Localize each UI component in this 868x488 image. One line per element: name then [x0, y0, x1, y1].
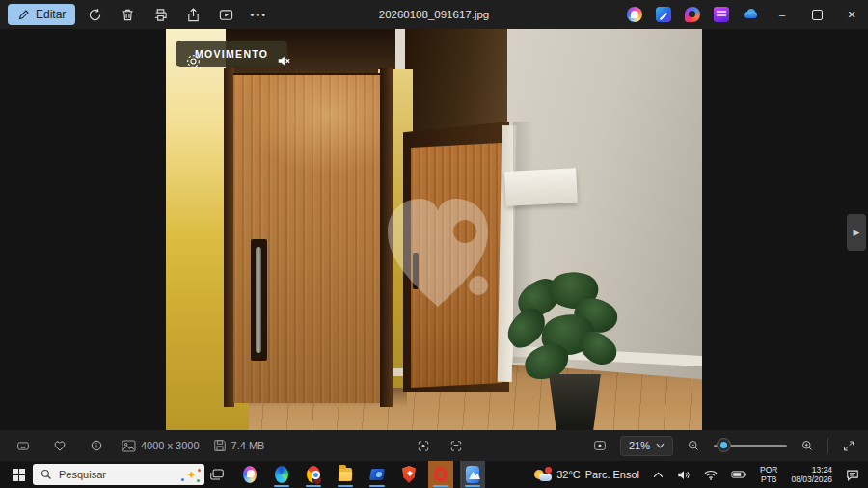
opera-icon [434, 467, 448, 482]
taskbar: Pesquisar ✦ 32°C Parc. Ensol [0, 461, 868, 488]
titlebar: 20260108_091617.jpg Editar [0, 0, 868, 29]
onedrive-button[interactable] [737, 3, 764, 26]
task-view-button[interactable] [204, 463, 230, 486]
zoom-level-dropdown[interactable]: 21% [620, 436, 673, 456]
taskbar-opera-button[interactable] [428, 461, 453, 488]
blue-app-icon [369, 469, 385, 480]
zoom-slider[interactable] [714, 436, 787, 455]
taskbar-brave-button[interactable] [396, 461, 421, 488]
image-dimensions: 4000 x 3000 [122, 440, 200, 452]
keyboard-layout-code: PTB [761, 474, 777, 484]
statusbar-center [412, 434, 468, 457]
next-image-button[interactable]: ▶ [847, 214, 866, 251]
visual-search-button[interactable] [412, 434, 435, 457]
zoom-level-value: 21% [629, 440, 650, 451]
image-dimensions-value: 4000 x 3000 [141, 440, 200, 451]
zoom-out-button[interactable] [682, 434, 705, 457]
language-code: POR [760, 465, 777, 474]
slideshow-icon [219, 8, 233, 22]
divider [827, 438, 828, 453]
taskbar-apps [237, 461, 485, 488]
battery-icon [731, 470, 746, 479]
info-button[interactable] [85, 434, 108, 457]
viewer-canvas: MOVIMENTO ▶ [0, 29, 868, 430]
ellipsis-icon: ••• [251, 9, 268, 20]
minimize-button[interactable]: – [766, 0, 799, 29]
fit-to-window-button[interactable] [588, 434, 611, 457]
rotate-button[interactable] [81, 3, 108, 26]
volume-button[interactable] [674, 467, 693, 483]
photo-door-handle [256, 247, 261, 353]
slideshow-button[interactable] [212, 3, 239, 26]
onedrive-cloud-icon [743, 7, 758, 22]
plant-pot [544, 374, 606, 430]
share-button[interactable] [179, 3, 206, 26]
close-icon: ✕ [847, 9, 855, 21]
statusbar-left: 4000 x 3000 7.4 MB [12, 434, 264, 457]
taskbar-search-box[interactable]: Pesquisar ✦ [33, 464, 204, 485]
photos-app-icon [466, 466, 479, 483]
clipchamp-icon [714, 7, 729, 22]
printer-icon [153, 8, 168, 22]
notification-center-button[interactable] [843, 467, 862, 483]
fullscreen-button[interactable] [837, 434, 860, 457]
clock-widget[interactable]: 13:24 08/03/2026 [788, 463, 835, 486]
weather-temperature: 32°C [556, 469, 581, 480]
weather-sun-cloud-icon [534, 467, 552, 482]
taskbar-file-explorer-button[interactable] [333, 461, 358, 488]
paint-icon [685, 7, 700, 22]
language-indicator[interactable]: POR PTB [757, 463, 780, 486]
favorite-button[interactable] [48, 434, 71, 457]
more-options-button[interactable]: ••• [245, 3, 272, 26]
zoom-in-button[interactable] [796, 434, 819, 457]
taskbar-edge-button[interactable] [269, 461, 294, 488]
weather-widget[interactable]: 32°C Parc. Ensol [531, 465, 642, 484]
taskbar-photos-button[interactable] [460, 461, 485, 488]
chevron-up-icon [653, 472, 664, 478]
search-icon [41, 469, 52, 480]
weather-condition: Parc. Ensol [585, 469, 639, 480]
tray-time: 13:24 [812, 465, 832, 474]
motion-badge-label: MOVIMENTO [195, 48, 268, 60]
chevron-down-icon [656, 443, 665, 448]
rotate-icon [88, 8, 102, 22]
share-icon [186, 8, 201, 22]
print-button[interactable] [147, 3, 174, 26]
photo-wall-shelf [504, 168, 578, 206]
close-button[interactable]: ✕ [835, 0, 868, 29]
photo-image[interactable]: MOVIMENTO [166, 29, 702, 430]
copilot-icon [243, 466, 257, 483]
brave-shield-icon [402, 466, 416, 483]
minimize-icon: – [779, 9, 785, 20]
text-actions-button[interactable] [445, 434, 468, 457]
network-button[interactable] [701, 468, 720, 482]
file-size-value: 7.4 MB [231, 440, 265, 451]
paint-edit-button[interactable] [679, 3, 706, 26]
edit-pencil-icon [17, 9, 30, 21]
taskbar-chrome-button[interactable] [301, 461, 326, 488]
taskbar-blue-app-button[interactable] [365, 461, 390, 488]
battery-button[interactable] [728, 468, 749, 481]
toolbar: Editar [0, 3, 272, 26]
statusbar: 4000 x 3000 7.4 MB 21% [0, 430, 868, 461]
windows-logo-icon [13, 469, 25, 481]
photo-plant [503, 270, 625, 430]
wifi-icon [704, 470, 718, 480]
edit-button-label: Editar [36, 8, 66, 21]
maximize-button[interactable] [800, 0, 833, 29]
start-button[interactable] [6, 463, 31, 486]
designer-button[interactable] [650, 3, 677, 26]
clipchamp-button[interactable] [708, 3, 735, 26]
filmstrip-toggle-button[interactable] [12, 434, 35, 457]
photos-app-window: 20260108_091617.jpg Editar [0, 0, 868, 488]
tray-date: 08/03/2026 [791, 474, 832, 484]
heart-watermark-logo [380, 187, 496, 314]
zoom-slider-thumb[interactable] [718, 439, 730, 451]
tray-overflow-button[interactable] [650, 470, 666, 480]
copilot-titlebar-button[interactable] [621, 3, 648, 26]
taskbar-copilot-button[interactable] [237, 461, 262, 488]
search-highlights-sparkle-icon: ✦ [186, 469, 197, 481]
edit-button[interactable]: Editar [8, 4, 75, 25]
delete-button[interactable] [114, 3, 141, 26]
designer-icon [656, 7, 671, 22]
